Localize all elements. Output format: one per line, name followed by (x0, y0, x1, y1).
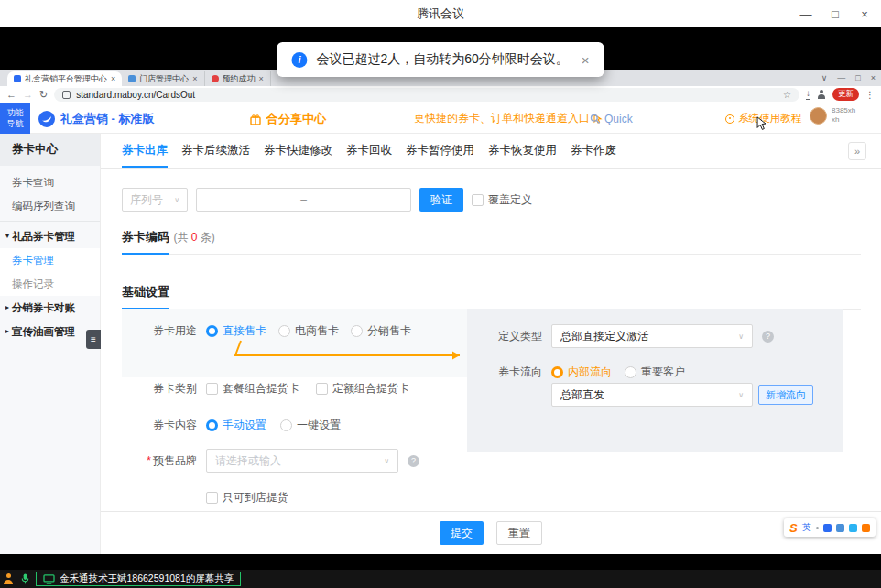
browser-menu-icon[interactable]: ⋮ (865, 90, 875, 100)
sidebar-item-card-mgmt[interactable]: 券卡管理 (0, 248, 100, 272)
info-icon: i (291, 52, 307, 68)
submit-button[interactable]: 提交 (440, 521, 484, 545)
checkbox-icon (206, 383, 218, 395)
sidebar-collapse-handle[interactable]: ≡ (86, 330, 101, 349)
flow-target-select[interactable]: 总部直发 ∨ (551, 383, 753, 407)
card-coding-section-head: 券卡编码 (共 0 条) (122, 228, 861, 255)
ime-language-indicator[interactable]: 英 (802, 521, 811, 534)
verify-button[interactable]: 验证 (419, 188, 463, 212)
tab-card-outbound[interactable]: 券卡出库 (122, 134, 168, 168)
add-flow-button[interactable]: 新增流向 (758, 385, 813, 405)
browser-minimize-icon[interactable]: — (837, 73, 845, 82)
microphone-icon[interactable] (20, 572, 30, 585)
screen-share-indicator[interactable]: 金禾通技术王斌18662591081的屏幕共享 (36, 572, 241, 586)
forward-icon: → (23, 90, 33, 100)
checkbox-icon[interactable] (472, 194, 484, 206)
sidebar-item-card-query[interactable]: 券卡查询 (0, 170, 100, 194)
tab-close-icon[interactable]: × (259, 74, 264, 83)
tab-favicon (212, 75, 219, 82)
checkbox-fixed-combo-pickup-card[interactable]: 定额组合提货卡 (316, 381, 409, 397)
sidebar: 券卡中心 券卡查询 编码序列查询 ▾ 礼品券卡管理 券卡管理 操作记录 ▸ 分销… (0, 134, 101, 554)
tab-card-suspend[interactable]: 券卡暂停使用 (406, 134, 474, 168)
user-account[interactable]: 8385xh xh (810, 106, 855, 125)
url-bar[interactable]: standard.maboy.cn/CardsOut ☆ (54, 88, 799, 102)
chevron-down-icon: ∨ (174, 196, 179, 204)
presale-brand-select[interactable]: 请选择或输入 ∨ (206, 449, 398, 473)
double-chevron-icon: » (854, 146, 860, 157)
serial-type-select[interactable]: 序列号 ∨ (122, 188, 188, 212)
override-define-checkbox-wrap[interactable]: 覆盖定义 (472, 192, 532, 208)
brand-name: 礼盒营销 - 标准版 (60, 111, 155, 127)
browser-update-badge[interactable]: 更新 (832, 88, 859, 101)
meeting-toast: i 会议已超过2人，自动转为60分钟限时会议。 × (277, 42, 604, 77)
bookmark-star-icon[interactable]: ☆ (783, 90, 791, 100)
refresh-icon[interactable]: ↻ (39, 90, 48, 100)
radio-one-click-setup[interactable]: 一键设置 (280, 418, 341, 433)
sidebar-divider (0, 221, 100, 222)
tab-card-activate[interactable]: 券卡后续激活 (181, 134, 250, 168)
maximize-button[interactable]: □ (821, 0, 850, 27)
chevron-down-icon: ∨ (384, 457, 389, 465)
toast-close-icon[interactable]: × (582, 52, 590, 68)
download-icon[interactable]: ↓ (806, 89, 810, 100)
minimize-button[interactable]: — (791, 0, 821, 27)
checkbox-combo-pickup-card[interactable]: 套餐组合提货卡 (206, 381, 299, 397)
site-security-icon[interactable] (62, 91, 71, 99)
tab-close-icon[interactable]: × (192, 74, 197, 83)
tab-favicon (14, 75, 21, 82)
card-flow-label: 券卡流向 (467, 365, 551, 380)
tab-card-resume[interactable]: 券卡恢复使用 (488, 134, 557, 168)
browser-tab-booking[interactable]: 预约成功 × (205, 71, 271, 86)
reset-button[interactable]: 重置 (496, 521, 542, 545)
quick-entry-link[interactable]: 更快捷的券卡、订单和快递通道入口 (414, 103, 604, 134)
browser-maximize-icon[interactable]: □ (855, 73, 860, 82)
sidebar-group-gift-card-mgmt[interactable]: ▾ 礼品券卡管理 (0, 224, 100, 248)
radio-icon (206, 325, 218, 337)
ime-emoji-icon[interactable] (836, 524, 844, 532)
browser-close-icon[interactable]: × (871, 73, 876, 82)
define-type-label: 定义类型 (467, 329, 551, 344)
browser-tab-store-admin[interactable]: 门店管理中心 × (122, 71, 204, 86)
radio-distribution-sale[interactable]: 分销售卡 (351, 323, 411, 339)
sidebar-group-distribution-reconcile[interactable]: ▸ 分销券卡对账 (0, 296, 100, 320)
profile-icon[interactable] (817, 90, 826, 99)
tabs-expand-button[interactable]: » (848, 142, 866, 160)
tab-search-icon[interactable]: ∨ (821, 73, 828, 82)
sidebar-item-operation-log[interactable]: 操作记录 (0, 272, 100, 296)
ime-separator-dot (816, 527, 819, 529)
radio-direct-sale[interactable]: 直接售卡 (206, 323, 266, 339)
gift-icon (249, 113, 262, 125)
share-center-link[interactable]: 合分享中心 (249, 103, 326, 134)
checkbox-store-pickup-only[interactable]: 只可到店提货 (206, 490, 288, 506)
radio-important-customer[interactable]: 重要客户 (625, 365, 685, 380)
browser-tab-gift-admin[interactable]: 礼盒营销平台管理中心 × (7, 71, 122, 86)
serial-range-input[interactable]: – (196, 188, 411, 212)
radio-internal-flow[interactable]: 内部流向 (551, 365, 612, 380)
hamburger-icon: ≡ (91, 334, 96, 344)
back-icon[interactable]: ← (6, 90, 16, 100)
basic-settings-form: 券卡用途 直接售卡 电商售卡 分销售卡 券卡类别 套餐组合提货卡 定额组合提货卡 (122, 309, 843, 512)
card-coding-title: 券卡编码 (122, 229, 169, 255)
tab-card-void[interactable]: 券卡作废 (571, 134, 616, 168)
checkbox-icon (316, 383, 328, 395)
sidebar-group-promo-material[interactable]: ▸ 宣传油画管理 (0, 320, 100, 343)
function-nav-toggle[interactable]: 功能 导航 (0, 103, 30, 134)
radio-ecommerce-sale[interactable]: 电商售卡 (278, 323, 339, 339)
close-button[interactable]: × (850, 0, 879, 27)
radio-icon (280, 419, 292, 431)
tab-card-quick-edit[interactable]: 券卡快捷修改 (264, 134, 332, 168)
radio-manual-setup[interactable]: 手动设置 (206, 418, 266, 433)
tab-card-recycle[interactable]: 券卡回收 (346, 134, 392, 168)
help-icon[interactable]: ? (762, 331, 774, 343)
ime-keyboard-icon[interactable] (823, 524, 832, 532)
app-header: 功能 导航 礼盒营销 - 标准版 合分享中心 更快捷的券卡、订单和快递 (0, 103, 881, 134)
ime-settings-icon[interactable] (862, 524, 870, 532)
help-icon[interactable]: ? (408, 455, 419, 467)
define-type-select[interactable]: 总部直接定义激活 ∨ (551, 324, 753, 348)
tab-close-icon[interactable]: × (111, 74, 115, 83)
ime-tool-icon[interactable] (849, 524, 857, 532)
ime-toolbar[interactable]: S 英 (784, 518, 876, 537)
sidebar-item-code-sequence-query[interactable]: 编码序列查询 (0, 194, 100, 218)
quick-search[interactable]: Quick (590, 103, 633, 134)
caret-down-icon: ▾ (5, 224, 9, 248)
